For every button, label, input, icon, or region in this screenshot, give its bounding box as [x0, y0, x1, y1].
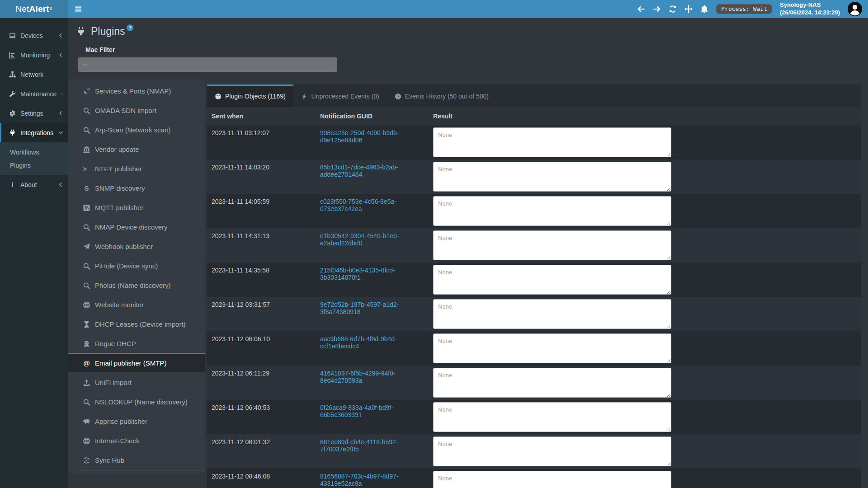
bolt-icon [301, 93, 308, 100]
info-icon: i [9, 181, 16, 188]
plugin-item-email-publisher-smtp[interactable]: @ Email publisher (SMTP) [68, 353, 205, 372]
result-textarea[interactable] [433, 333, 671, 363]
plugin-item-apprise-publisher[interactable]: Apprise publisher [68, 411, 205, 431]
table-row: 2023-11-12 06:06:10 aac9b688-6d7b-4f8d-9… [207, 331, 861, 366]
sidebar-item-about[interactable]: i About [0, 175, 68, 194]
brand-bold: Alert [29, 4, 49, 14]
plugin-item-label: Services & Ports (NMAP) [95, 87, 171, 95]
tab-plugin-objects-1169[interactable]: Plugin Objects (1169) [207, 84, 293, 107]
plugin-item-label: Arp-Scan (Network scan) [95, 126, 171, 134]
plugin-item-label: UniFi import [95, 379, 132, 386]
sidebar-item-integrations[interactable]: Integrations [0, 123, 68, 142]
plugin-item-rogue-dhcp[interactable]: Rogue DHCP [68, 333, 205, 353]
result-textarea[interactable] [433, 368, 671, 398]
plugin-item-dhcp-leases-device-import[interactable]: DHCP Leases (Device import) [68, 314, 205, 333]
brand-sup: x [50, 5, 52, 11]
plugin-item-nmap-device-discovery[interactable]: NMAP Device discovery [68, 217, 205, 236]
notification-guid-link[interactable]: 215f046b-b0e3-4135-8fcd-3b30314870f1 [320, 267, 395, 281]
result-textarea[interactable] [433, 162, 671, 192]
notifications-bell-icon[interactable] [700, 5, 708, 13]
sidebar-item-label: Maintenance [20, 90, 57, 98]
plugin-item-pholus-name-discovery[interactable]: Pholus (Name discovery) [68, 275, 205, 295]
plugin-item-website-monitor[interactable]: Website monitor [68, 295, 205, 314]
notification-guid-link[interactable]: 9e72d52b-197b-4597-a1d2-3f8a74380918 [320, 301, 399, 315]
plugin-item-label: Internet-Check [95, 437, 139, 445]
table-row: 2023-11-12 06:40:53 0f26aca9-833a-4a0f-b… [207, 400, 861, 434]
plugin-item-unifi-import[interactable]: UniFi import [68, 372, 205, 392]
sidebar-toggle-button[interactable] [68, 0, 89, 18]
sync-icon [83, 457, 90, 464]
plugin-item-snmp-discovery[interactable]: S SNMP discovery [68, 178, 205, 197]
sidebar-item-label: About [20, 181, 37, 188]
plugin-item-internet-check[interactable]: Internet-Check [68, 431, 205, 450]
plugin-item-arp-scan-network-scan[interactable]: Arp-Scan (Network scan) [68, 120, 205, 139]
notification-guid-link[interactable]: 0f26aca9-833a-4a0f-bd9f-66b5c3603391 [320, 404, 393, 418]
notification-guid-link[interactable]: 681ee89d-cb4e-4118-b592-7f70037e2f05 [320, 438, 398, 453]
notification-guid-link[interactable]: c023f550-753e-4c56-8e5a-073eb37c42ea [320, 198, 396, 212]
sent-when-cell: 2023-11-12 08:46:08 [212, 469, 320, 488]
chevron-left-icon [58, 182, 63, 187]
notification-guid-link[interactable]: 81656887-703c-4b97-8d97-43319e52ac9a [320, 473, 399, 487]
sidebar-item-monitoring[interactable]: Monitoring [0, 45, 68, 65]
page-title: Plugins ? [76, 25, 868, 38]
search-icon [83, 224, 90, 231]
help-badge[interactable]: ? [127, 24, 133, 31]
app-logo[interactable]: NetAlertx [0, 0, 68, 18]
plugin-item-label: DHCP Leases (Device import) [95, 320, 186, 328]
result-textarea[interactable] [433, 471, 671, 488]
result-textarea[interactable] [433, 265, 671, 295]
sidebar-item-maintenance[interactable]: Maintenance [0, 84, 68, 103]
notification-guid-link[interactable]: 85b13cd1-7dce-4963-b2ab-addee2701484 [320, 164, 398, 178]
back-arrow-icon[interactable] [637, 5, 645, 13]
plug-icon [76, 27, 86, 37]
result-textarea[interactable] [433, 402, 671, 432]
mac-filter-input[interactable] [78, 57, 337, 72]
table-row: 2023-11-11 03:12:07 998ea23e-250d-4090-b… [207, 125, 861, 160]
plugin-item-services-ports-nmap[interactable]: Services & Ports (NMAP) [68, 81, 205, 100]
sidebar-item-label: Settings [20, 110, 43, 117]
plugin-item-webhook-publisher[interactable]: Webhook publisher [68, 236, 205, 256]
result-textarea[interactable] [433, 196, 671, 226]
move-arrows-icon[interactable] [684, 5, 693, 13]
sidebar-submenu: WorkflowsPlugins [0, 142, 68, 175]
col-sent-when: Sent when [212, 113, 320, 120]
tab-events-history-50-out-of-500[interactable]: Events History (50 out of 500) [387, 84, 496, 107]
plane-icon [83, 243, 90, 250]
notification-guid-link[interactable]: 998ea23e-250d-4090-b9db-d9e125e84d06 [320, 129, 399, 144]
host-timestamp: (26/06/2024, 14:23:29) [780, 9, 840, 17]
notification-guid-link[interactable]: e1b30542-9304-4540-b1e0-e2abad22dbd0 [320, 232, 399, 247]
result-textarea[interactable] [433, 299, 671, 329]
sent-when-cell: 2023-11-11 03:12:07 [212, 125, 320, 160]
sidebar-item-workflows[interactable]: Workflows [0, 145, 68, 159]
user-icon [848, 2, 862, 16]
sidebar-item-plugins[interactable]: Plugins [0, 159, 68, 172]
sidebar-item-settings[interactable]: Settings [0, 103, 68, 123]
plugin-item-label: OMADA SDN import [95, 107, 156, 114]
plugin-item-sync-hub[interactable]: Sync Hub [68, 450, 205, 469]
plugin-item-nslookup-name-discovery[interactable]: NSLOOKUP (Name discovery) [68, 392, 205, 411]
plugin-item-vendor-update[interactable]: Vendor update [68, 139, 205, 159]
col-result: Result [433, 113, 861, 120]
result-textarea[interactable] [433, 127, 671, 157]
result-textarea[interactable] [433, 436, 671, 466]
search-icon [83, 263, 90, 270]
tab-unprocessed-events-0[interactable]: Unprocessed Events (0) [293, 84, 387, 107]
cube-icon [215, 93, 222, 100]
plugin-item-mqtt-publisher[interactable]: MQTT publisher [68, 197, 205, 217]
process-status-badge[interactable]: Process: Wait [716, 4, 772, 14]
notification-guid-link[interactable]: 41641037-6f5b-4299-94f8-8ed4d270593a [320, 370, 396, 384]
sidebar-item-network[interactable]: Network [0, 65, 68, 84]
notification-guid-link[interactable]: aac9b688-6d7b-4f8d-9b4d-ccf1e8becdc4 [320, 335, 397, 350]
plugin-item-omada-sdn-import[interactable]: OMADA SDN import [68, 100, 205, 120]
sent-when-cell: 2023-11-11 14:05:59 [212, 194, 320, 228]
user-avatar[interactable] [848, 2, 862, 16]
sidebar-item-devices[interactable]: Devices [0, 26, 68, 45]
plugin-item-ntfy-publisher[interactable]: >_ NTFY publisher [68, 159, 205, 178]
plugin-item-label: Email publisher (SMTP) [95, 359, 166, 367]
refresh-icon[interactable] [669, 5, 677, 13]
plugin-item-pihole-device-sync[interactable]: PiHole (Device sync) [68, 256, 205, 275]
plugin-item-label: MQTT publisher [95, 204, 143, 211]
table-body: 2023-11-11 03:12:07 998ea23e-250d-4090-b… [207, 125, 861, 488]
forward-arrow-icon[interactable] [653, 5, 661, 13]
result-textarea[interactable] [433, 230, 671, 260]
